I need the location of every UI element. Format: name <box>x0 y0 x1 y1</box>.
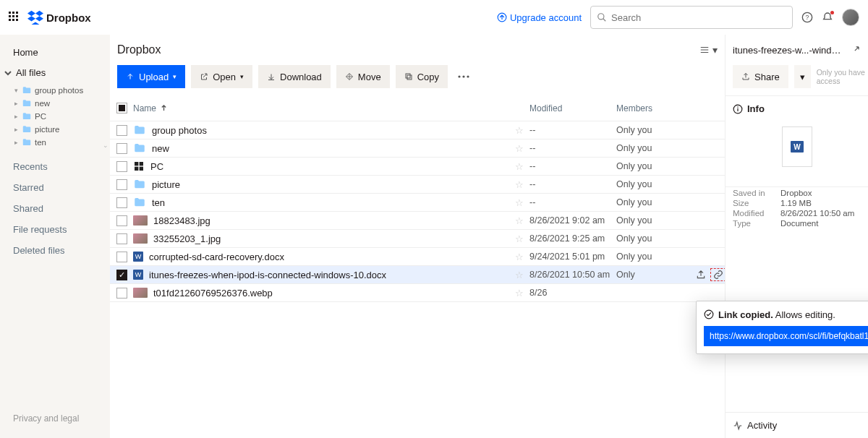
row-checkbox[interactable] <box>116 143 127 154</box>
windows-icon <box>133 160 145 172</box>
col-modified[interactable]: Modified <box>529 103 616 113</box>
notifications-icon[interactable] <box>822 12 833 23</box>
row-modified: -- <box>529 143 616 153</box>
tree-item[interactable]: ▾group photos <box>0 84 110 97</box>
row-checkbox[interactable] <box>116 125 127 136</box>
image-thumbnail <box>133 288 148 298</box>
access-hint: Only you have access <box>817 68 868 85</box>
more-actions-button[interactable] <box>454 71 474 82</box>
row-checkbox[interactable] <box>116 161 127 172</box>
tree-item[interactable]: ▸ten <box>0 136 110 149</box>
upgrade-link[interactable]: Upgrade account <box>497 12 582 23</box>
row-checkbox[interactable] <box>116 288 127 299</box>
share-dropdown[interactable]: ▾ <box>794 65 811 88</box>
folder-icon <box>22 98 32 108</box>
download-icon <box>267 72 276 81</box>
tree-item-label: ten <box>35 138 46 147</box>
star-icon[interactable]: ☆ <box>515 233 524 244</box>
brand-logo[interactable]: Dropbox <box>27 9 91 25</box>
nav-link[interactable]: Recents <box>0 156 110 177</box>
table-row[interactable]: PC☆--Only you <box>110 158 725 176</box>
row-members: Only you <box>616 215 696 226</box>
help-icon[interactable]: ? <box>801 12 813 23</box>
col-name[interactable]: Name <box>133 103 529 113</box>
tree-item[interactable]: ▸PC <box>0 110 110 123</box>
share-button[interactable]: Share <box>733 65 788 88</box>
view-options[interactable]: ▾ <box>699 44 718 56</box>
activity-button[interactable]: Activity <box>726 412 868 438</box>
table-row[interactable]: 33255203_1.jpg☆8/26/2021 9:25 amOnly you <box>110 230 725 248</box>
link-copied-popover: Link copied. Allows editing. <box>696 301 868 354</box>
svg-line-2 <box>603 19 606 22</box>
row-checkbox[interactable] <box>116 215 127 226</box>
list-view-icon <box>699 45 710 55</box>
chevron-down-icon: ▾ <box>712 44 718 56</box>
star-icon[interactable]: ☆ <box>515 179 524 190</box>
row-share-icon[interactable] <box>696 270 706 280</box>
open-button[interactable]: Open ▾ <box>191 65 252 88</box>
svg-point-1 <box>598 14 604 20</box>
select-all-checkbox[interactable] <box>116 103 127 113</box>
table-row[interactable]: picture☆--Only you <box>110 176 725 194</box>
svg-point-8 <box>462 75 464 77</box>
row-link-icon[interactable] <box>710 268 725 281</box>
download-button[interactable]: Download <box>258 65 331 88</box>
nav-link[interactable]: Starred <box>0 177 110 198</box>
nav-all-files[interactable]: All files <box>0 63 110 82</box>
row-checkbox[interactable] <box>116 233 127 244</box>
image-thumbnail <box>133 233 148 244</box>
col-members[interactable]: Members <box>616 103 696 113</box>
star-icon[interactable]: ☆ <box>515 252 524 262</box>
apps-launcher-icon[interactable] <box>9 12 20 23</box>
folder-icon <box>22 85 32 95</box>
table-row[interactable]: group photos☆--Only you <box>110 121 725 139</box>
svg-point-7 <box>458 75 460 77</box>
tree-item[interactable]: ▸picture <box>0 123 110 136</box>
tree-item-label: group photos <box>35 86 83 95</box>
folder-icon <box>22 111 32 121</box>
search-bar[interactable] <box>590 6 793 29</box>
star-icon[interactable]: ☆ <box>515 270 524 280</box>
tree-item[interactable]: ▸new <box>0 97 110 110</box>
open-external-icon[interactable] <box>851 45 861 55</box>
table-row[interactable]: t01fd21260769526376.webp☆8/26 <box>110 284 725 302</box>
account-avatar[interactable] <box>842 9 859 26</box>
copied-link-input[interactable] <box>704 326 868 346</box>
open-external-icon <box>200 72 208 81</box>
row-checkbox[interactable]: ✓ <box>116 270 127 280</box>
nav-home[interactable]: Home <box>0 42 110 63</box>
row-name: 33255203_1.jpg <box>153 233 221 244</box>
star-icon[interactable]: ☆ <box>515 197 524 208</box>
row-checkbox[interactable] <box>116 179 127 190</box>
table-row[interactable]: ten☆--Only you <box>110 194 725 212</box>
table-row[interactable]: 18823483.jpg☆8/26/2021 9:02 amOnly you <box>110 212 725 230</box>
legal-link[interactable]: Privacy and legal <box>0 406 110 431</box>
scroll-hint-icon: ⌄ <box>103 142 109 149</box>
copy-button[interactable]: Copy <box>396 65 448 88</box>
svg-rect-13 <box>140 167 143 171</box>
folder-icon <box>133 178 146 191</box>
upload-button[interactable]: Upload ▾ <box>117 65 185 88</box>
info-header: Info <box>733 103 861 114</box>
row-checkbox[interactable] <box>116 252 127 262</box>
nav-link[interactable]: Shared <box>0 198 110 219</box>
star-icon[interactable]: ☆ <box>515 143 524 154</box>
star-icon[interactable]: ☆ <box>515 288 524 299</box>
star-icon[interactable]: ☆ <box>515 161 524 172</box>
star-icon[interactable]: ☆ <box>515 125 524 136</box>
table-row[interactable]: ✓Witunes-freezes-when-ipod-is-connected-… <box>110 266 725 284</box>
search-input[interactable] <box>611 12 786 23</box>
row-checkbox[interactable] <box>116 197 127 208</box>
move-button[interactable]: Move <box>336 65 390 88</box>
nav-link[interactable]: File requests <box>0 219 110 240</box>
row-name: picture <box>152 179 180 190</box>
table-row[interactable]: new☆--Only you <box>110 139 725 158</box>
svg-rect-5 <box>407 75 412 80</box>
image-thumbnail <box>133 215 148 226</box>
table-row[interactable]: Wcorrupted-sd-card-recovery.docx☆9/24/20… <box>110 248 725 266</box>
row-name: group photos <box>152 125 207 136</box>
nav-link[interactable]: Deleted files <box>0 240 110 261</box>
row-members: Only you <box>616 143 696 153</box>
row-members: Only you <box>616 125 696 135</box>
star-icon[interactable]: ☆ <box>515 215 524 226</box>
